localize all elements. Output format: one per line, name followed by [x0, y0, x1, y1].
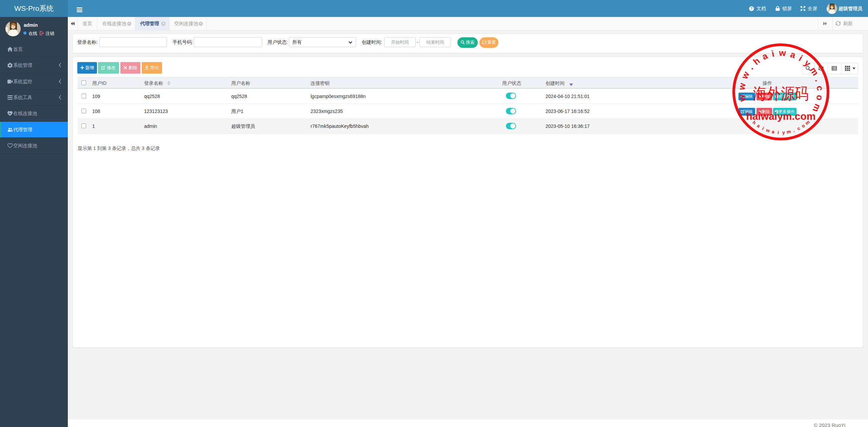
svg-text:h: h: [751, 56, 762, 67]
svg-text:w: w: [739, 70, 752, 81]
svg-text:m: m: [808, 65, 821, 77]
svg-text:.: .: [746, 63, 755, 72]
svg-text:a: a: [789, 49, 797, 60]
svg-text:i: i: [777, 130, 779, 135]
svg-text:a: a: [761, 51, 769, 62]
svg-text:.: .: [792, 128, 795, 133]
svg-text:c: c: [815, 85, 825, 91]
svg-text:w: w: [765, 127, 770, 134]
svg-text:o: o: [814, 94, 825, 101]
svg-text:i: i: [771, 48, 775, 59]
svg-text:.: .: [813, 77, 824, 83]
svg-text:w: w: [736, 82, 748, 91]
svg-text:y: y: [802, 58, 813, 69]
svg-text:i: i: [797, 53, 804, 63]
svg-text:w: w: [778, 47, 786, 58]
svg-text:y: y: [782, 130, 785, 135]
svg-text:c: c: [796, 125, 801, 131]
svg-text:i: i: [761, 125, 765, 131]
svg-text:w: w: [736, 94, 748, 102]
svg-text:a: a: [771, 129, 775, 135]
svg-text:m: m: [786, 129, 791, 135]
svg-text:?: ?: [750, 7, 752, 11]
svg-text:haiwaiym.com: haiwaiym.com: [746, 111, 816, 122]
svg-text:a: a: [756, 123, 762, 129]
svg-text:海外源码: 海外源码: [753, 85, 809, 102]
